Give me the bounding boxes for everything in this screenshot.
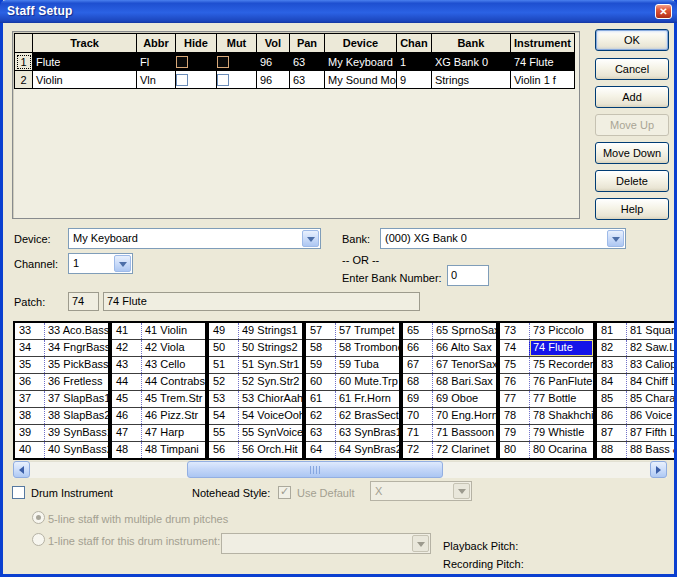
abbr-cell[interactable]: Vln xyxy=(137,71,176,89)
instrument-number-cell[interactable]: 38 xyxy=(15,408,44,424)
instrument-number-cell[interactable]: 44 xyxy=(112,374,141,390)
instrument-number-cell[interactable]: 83 xyxy=(597,357,626,373)
instrument-number-cell[interactable]: 40 xyxy=(15,442,44,458)
instrument-number-cell[interactable]: 88 xyxy=(597,442,626,458)
instrument-name-cell[interactable]: 75 Recorder xyxy=(529,357,593,373)
instrument-name-cell[interactable]: 44 Contrabs xyxy=(141,374,205,390)
instrument-number-cell[interactable]: 50 xyxy=(209,340,238,356)
close-button[interactable]: ✕ xyxy=(655,4,672,19)
instrument-name-cell[interactable]: 51 Syn.Str1 xyxy=(238,357,302,373)
instrument-number-cell[interactable]: 86 xyxy=(597,408,626,424)
instrument-name-cell[interactable]: 82 Saw.L xyxy=(626,340,677,356)
hide-checkbox-cell[interactable] xyxy=(176,53,217,71)
instrument-number-cell[interactable]: 81 xyxy=(597,323,626,339)
hide-checkbox[interactable] xyxy=(176,74,188,86)
instrument-name-cell[interactable]: 53 ChiorAah xyxy=(238,391,302,407)
bank-cell[interactable]: Strings xyxy=(431,71,510,89)
instrument-name-cell[interactable]: 65 SprnoSax xyxy=(432,323,496,339)
channel-dropdown-button[interactable] xyxy=(114,255,131,272)
instrument-number-cell[interactable]: 53 xyxy=(209,391,238,407)
instrument-number-cell[interactable]: 78 xyxy=(500,408,529,424)
instrument-number-cell[interactable]: 62 xyxy=(306,408,335,424)
five-line-staff-radio[interactable] xyxy=(32,511,45,524)
instrument-name-cell[interactable]: 88 Bass & xyxy=(626,442,677,458)
one-line-staff-radio[interactable] xyxy=(32,533,45,546)
instrument-number-cell[interactable]: 42 xyxy=(112,340,141,356)
instrument-number-cell[interactable]: 77 xyxy=(500,391,529,407)
instrument-name-cell[interactable]: 37 SlapBas1 xyxy=(44,391,108,407)
hide-checkbox[interactable] xyxy=(176,56,188,68)
instrument-name-cell[interactable]: 61 Fr.Horn xyxy=(335,391,399,407)
instrument-name-cell[interactable]: 73 Piccolo xyxy=(529,323,593,339)
volume-cell[interactable]: 96 xyxy=(257,53,290,71)
instrument-name-cell[interactable]: 72 Clarinet xyxy=(432,442,496,458)
instrument-number-cell[interactable]: 36 xyxy=(15,374,44,390)
instrument-number-cell[interactable]: 72 xyxy=(403,442,432,458)
drum-combo-dropdown-button[interactable] xyxy=(412,535,429,552)
instrument-number-cell[interactable]: 69 xyxy=(403,391,432,407)
instrument-number-cell[interactable]: 85 xyxy=(597,391,626,407)
mute-checkbox[interactable] xyxy=(217,74,229,86)
use-default-checkbox[interactable]: ✓ xyxy=(278,486,291,499)
mute-checkbox-cell[interactable] xyxy=(217,53,257,71)
instrument-number-cell[interactable]: 37 xyxy=(15,391,44,407)
instrument-name-cell[interactable]: 36 Fretless xyxy=(44,374,108,390)
help-button[interactable]: Help xyxy=(595,198,669,220)
instrument-name-cell[interactable]: 76 PanFlute xyxy=(529,374,593,390)
instrument-number-cell[interactable]: 75 xyxy=(500,357,529,373)
instrument-number-cell[interactable]: 79 xyxy=(500,425,529,441)
instrument-name-cell[interactable]: 40 SynBass2 xyxy=(44,442,108,458)
instrument-number-cell[interactable]: 56 xyxy=(209,442,238,458)
instrument-name-cell[interactable]: 86 Voice xyxy=(626,408,677,424)
instrument-name-cell[interactable]: 56 Orch.Hit xyxy=(238,442,302,458)
scroll-left-button[interactable] xyxy=(13,461,30,478)
instrument-name-cell[interactable]: 42 Viola xyxy=(141,340,205,356)
instrument-number-cell[interactable]: 61 xyxy=(306,391,335,407)
instrument-name-cell[interactable]: 80 Ocarina xyxy=(529,442,593,458)
horizontal-scrollbar[interactable] xyxy=(13,461,667,478)
instrument-number-cell[interactable]: 76 xyxy=(500,374,529,390)
instrument-name-cell[interactable]: 83 CaliopL xyxy=(626,357,677,373)
instrument-number-cell[interactable]: 52 xyxy=(209,374,238,390)
instrument-name-cell[interactable]: 43 Cello xyxy=(141,357,205,373)
hide-checkbox-cell[interactable] xyxy=(176,71,217,89)
mute-checkbox-cell[interactable] xyxy=(217,71,257,89)
instrument-name-cell[interactable]: 35 PickBass xyxy=(44,357,108,373)
device-dropdown-button[interactable] xyxy=(302,230,319,247)
instrument-name-cell[interactable]: 67 TenorSax xyxy=(432,357,496,373)
mute-checkbox[interactable] xyxy=(217,56,229,68)
instrument-name-cell[interactable]: 47 Harp xyxy=(141,425,205,441)
instrument-name-cell[interactable]: 87 Fifth L xyxy=(626,425,677,441)
instrument-number-cell[interactable]: 43 xyxy=(112,357,141,373)
add-button[interactable]: Add xyxy=(595,86,669,108)
table-row[interactable]: 1FluteFl9663My Keyboard1XG Bank 074 Flut… xyxy=(15,53,575,71)
abbr-cell[interactable]: Fl xyxy=(137,53,176,71)
instrument-number-cell[interactable]: 48 xyxy=(112,442,141,458)
delete-button[interactable]: Delete xyxy=(595,170,669,192)
instrument-name-cell[interactable]: 81 Square xyxy=(626,323,677,339)
instrument-number-cell[interactable]: 68 xyxy=(403,374,432,390)
instrument-name-cell[interactable]: 33 Aco.Bass xyxy=(44,323,108,339)
instrument-name-cell[interactable]: 85 Charan xyxy=(626,391,677,407)
instrument-name-cell[interactable]: 64 SynBras2 xyxy=(335,442,399,458)
instrument-number-cell[interactable]: 33 xyxy=(15,323,44,339)
instrument-name-cell[interactable]: 38 SlapBas2 xyxy=(44,408,108,424)
instrument-number-cell[interactable]: 57 xyxy=(306,323,335,339)
instrument-name-cell[interactable]: 34 FngrBass xyxy=(44,340,108,356)
device-combobox[interactable]: My Keyboard xyxy=(68,228,321,249)
pan-cell[interactable]: 63 xyxy=(290,71,325,89)
bank-combobox[interactable]: (000) XG Bank 0 xyxy=(380,228,626,249)
bank-cell[interactable]: XG Bank 0 xyxy=(431,53,510,71)
instrument-name-cell[interactable]: 69 Oboe xyxy=(432,391,496,407)
channel-cell[interactable]: 9 xyxy=(396,71,431,89)
instrument-number-cell[interactable]: 55 xyxy=(209,425,238,441)
bank-dropdown-button[interactable] xyxy=(607,230,624,247)
instrument-number-cell[interactable]: 51 xyxy=(209,357,238,373)
bank-number-input[interactable]: 0 xyxy=(447,265,489,286)
notehead-style-combobox[interactable]: X xyxy=(370,481,472,501)
instrument-number-cell[interactable]: 35 xyxy=(15,357,44,373)
instrument-name-cell[interactable]: 57 Trumpet xyxy=(335,323,399,339)
instrument-number-cell[interactable]: 39 xyxy=(15,425,44,441)
instrument-number-cell[interactable]: 41 xyxy=(112,323,141,339)
instrument-number-cell[interactable]: 71 xyxy=(403,425,432,441)
